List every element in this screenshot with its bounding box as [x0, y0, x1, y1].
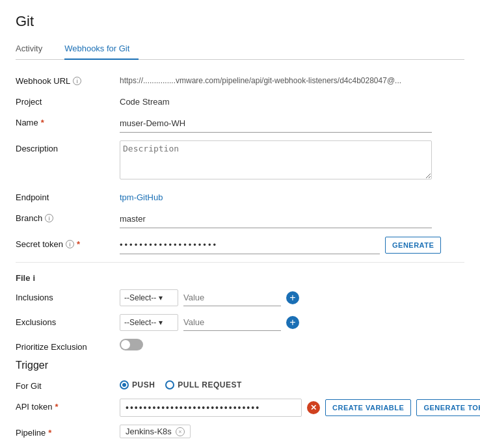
pipeline-tag-value: Jenkins-K8s [126, 427, 172, 436]
secret-token-required: * [77, 239, 80, 249]
exclusions-select-row: --Select-- ▾ + [120, 314, 464, 331]
exclusions-chevron-icon: ▾ [159, 318, 163, 327]
tab-webhooks[interactable]: Webhooks for Git [64, 40, 139, 60]
create-variable-button[interactable]: CREATE VARIABLE [325, 399, 411, 416]
secret-token-input-row: GENERATE [120, 236, 464, 254]
description-input[interactable] [120, 140, 432, 179]
webhook-url-label: Webhook URL i [16, 73, 120, 86]
project-label: Project [16, 94, 120, 107]
prioritize-exclusion-toggle-container [120, 339, 464, 350]
generate-token-button[interactable]: GENERATE TOKEN [416, 399, 480, 416]
divider-1 [16, 262, 464, 263]
pipeline-row: Pipeline * Jenkins-K8s × [16, 425, 464, 438]
secret-token-info-icon[interactable]: i [66, 240, 74, 248]
webhook-url-info-icon[interactable]: i [73, 77, 81, 85]
name-input[interactable] [120, 114, 432, 133]
webhook-form: Webhook URL i https://...............vmw… [16, 73, 464, 448]
inclusions-add-button[interactable]: + [286, 291, 299, 304]
pull-request-radio-circle [165, 380, 174, 389]
project-row: Project Code Stream [16, 94, 464, 107]
for-git-options: PUSH PULL REQUEST [120, 378, 464, 389]
api-token-label: API token * [16, 399, 120, 412]
prioritize-exclusion-label: Prioritize Exclusion [16, 339, 120, 352]
for-git-label: For Git [16, 378, 120, 391]
page-title: Git [16, 13, 464, 30]
endpoint-label: Endpoint [16, 189, 120, 202]
description-row: Description [16, 140, 464, 181]
file-section: File i Inclusions --Select-- ▾ + [16, 270, 464, 352]
pipeline-required: * [48, 428, 51, 438]
endpoint-link[interactable]: tpm-GitHub [120, 189, 464, 202]
trigger-section-title: Trigger [16, 360, 464, 371]
for-git-row: For Git PUSH PULL REQUEST [16, 378, 464, 391]
branch-input[interactable] [120, 210, 432, 228]
api-token-required: * [55, 402, 58, 412]
endpoint-row: Endpoint tpm-GitHub [16, 189, 464, 202]
secret-token-label: Secret token i * [16, 236, 120, 249]
name-required: * [41, 118, 44, 127]
api-token-field-container: ✕ CREATE VARIABLE GENERATE TOKEN [120, 399, 480, 417]
pipeline-label: Pipeline * [16, 425, 120, 438]
toggle-knob [121, 340, 130, 349]
branch-row: Branch i [16, 210, 464, 228]
pipeline-field-container: Jenkins-K8s × [120, 425, 464, 438]
exclusions-row: Exclusions --Select-- ▾ + [16, 314, 464, 331]
branch-field-container [120, 210, 464, 228]
secret-token-field-container: GENERATE [120, 236, 464, 254]
git-radio-group: PUSH PULL REQUEST [120, 378, 464, 389]
tabs-bar: Activity Webhooks for Git [16, 39, 464, 60]
name-row: Name * [16, 114, 464, 133]
push-radio-item[interactable]: PUSH [120, 380, 155, 389]
exclusions-value-input[interactable] [183, 314, 281, 331]
api-token-row: API token * ✕ CREATE VARIABLE GENERATE T… [16, 399, 464, 417]
inclusions-value-input[interactable] [183, 289, 281, 306]
branch-label: Branch i [16, 210, 120, 223]
inclusions-row: Inclusions --Select-- ▾ + [16, 289, 464, 306]
prioritize-exclusion-toggle[interactable] [120, 339, 143, 350]
inclusions-select-row: --Select-- ▾ + [120, 289, 464, 306]
project-value: Code Stream [120, 94, 464, 107]
inclusions-label: Inclusions [16, 289, 120, 302]
file-section-info-icon[interactable]: i [33, 273, 35, 283]
exclusions-label: Exclusions [16, 314, 120, 327]
api-token-clear-button[interactable]: ✕ [307, 401, 320, 414]
inclusions-select[interactable]: --Select-- ▾ [120, 289, 178, 306]
inclusions-field-container: --Select-- ▾ + [120, 289, 464, 306]
branch-info-icon[interactable]: i [45, 214, 53, 222]
pull-request-radio-item[interactable]: PULL REQUEST [165, 380, 241, 389]
api-token-input-row: ✕ CREATE VARIABLE GENERATE TOKEN [120, 399, 480, 417]
push-radio-circle [120, 380, 129, 389]
pull-request-radio-label: PULL REQUEST [178, 380, 241, 389]
file-section-header: File i [16, 273, 464, 283]
generate-secret-button[interactable]: GENERATE [385, 237, 441, 254]
trigger-section: Trigger For Git PUSH PULL REQUEST [16, 360, 464, 448]
name-label: Name * [16, 114, 120, 127]
endpoint-value: tpm-GitHub [120, 189, 464, 202]
exclusions-add-button[interactable]: + [286, 316, 299, 329]
inclusions-chevron-icon: ▾ [159, 293, 163, 302]
exclusions-select[interactable]: --Select-- ▾ [120, 314, 178, 331]
description-field-container [120, 140, 464, 181]
prioritize-exclusion-row: Prioritize Exclusion [16, 339, 464, 352]
webhook-url-row: Webhook URL i https://...............vmw… [16, 73, 464, 86]
description-label: Description [16, 140, 120, 153]
pipeline-tag: Jenkins-K8s × [120, 425, 191, 438]
push-radio-label: PUSH [132, 380, 155, 389]
name-field-container [120, 114, 464, 133]
webhook-url-value: https://...............vmware.com/pipeli… [120, 73, 464, 85]
secret-token-input[interactable] [120, 236, 380, 254]
tab-activity[interactable]: Activity [16, 40, 51, 60]
api-token-input[interactable] [120, 399, 302, 417]
pipeline-tag-row: Jenkins-K8s × [120, 425, 464, 438]
pipeline-tag-close-button[interactable]: × [176, 427, 185, 436]
page-container: Git Activity Webhooks for Git Webhook UR… [0, 0, 480, 448]
secret-token-row: Secret token i * GENERATE [16, 236, 464, 254]
exclusions-field-container: --Select-- ▾ + [120, 314, 464, 331]
